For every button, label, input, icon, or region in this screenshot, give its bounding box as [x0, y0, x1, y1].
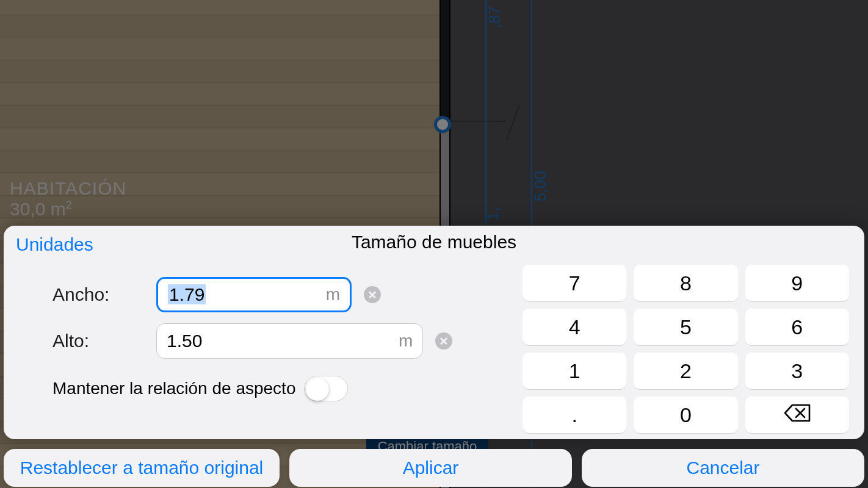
dimension-value: 1,	[483, 207, 502, 221]
key-dot[interactable]: .	[523, 396, 626, 433]
aspect-row: Mantener la relación de aspecto	[52, 376, 452, 401]
clear-height-button[interactable]	[435, 332, 452, 350]
key-3[interactable]: 3	[745, 353, 849, 389]
key-backspace[interactable]	[745, 396, 849, 433]
key-0[interactable]: 0	[634, 396, 737, 433]
units-button[interactable]: Unidades	[16, 234, 93, 255]
width-input-wrapper[interactable]: 1.79 m	[156, 277, 352, 312]
key-7[interactable]: 7	[523, 265, 626, 301]
action-bar: Restablecer a tamaño original Aplicar Ca…	[4, 449, 864, 487]
height-label: Alto:	[52, 331, 144, 351]
key-1[interactable]: 1	[523, 353, 626, 389]
key-9[interactable]: 9	[745, 265, 849, 301]
switch-knob	[306, 378, 329, 401]
panel-header: Unidades Tamaño de muebles	[4, 226, 864, 259]
key-5[interactable]: 5	[634, 309, 737, 345]
height-input[interactable]	[167, 331, 399, 351]
aspect-ratio-switch[interactable]	[304, 376, 348, 401]
unit-label: m	[399, 331, 413, 351]
key-2[interactable]: 2	[634, 353, 737, 389]
dimension-value: 5,00	[531, 171, 550, 202]
dimension-value: ,87	[485, 6, 504, 28]
key-8[interactable]: 8	[634, 265, 737, 301]
width-row: Ancho: 1.79 m	[52, 277, 452, 312]
clear-width-button[interactable]	[364, 286, 381, 303]
room-name: HABITACIÓN	[10, 178, 126, 199]
height-input-wrapper[interactable]: m	[156, 323, 423, 359]
wall-segment	[439, 0, 450, 125]
panel-title: Tamaño de muebles	[352, 232, 516, 253]
key-4[interactable]: 4	[523, 309, 626, 345]
cancel-button[interactable]: Cancelar	[582, 449, 864, 487]
unit-label: m	[326, 285, 340, 304]
height-row: Alto: m	[52, 323, 452, 359]
aspect-label: Mantener la relación de aspecto	[52, 379, 295, 398]
room-area: 30,0 m2	[10, 199, 126, 220]
numeric-keypad: 7 8 9 4 5 6 1 2 3 . 0	[523, 259, 852, 433]
room-label: HABITACIÓN 30,0 m2	[10, 178, 126, 220]
width-input[interactable]: 1.79	[168, 284, 206, 305]
reset-size-button[interactable]: Restablecer a tamaño original	[4, 449, 280, 487]
backspace-icon	[784, 404, 811, 422]
key-6[interactable]: 6	[745, 309, 849, 345]
door-swing	[450, 121, 505, 122]
size-form: Ancho: 1.79 m Alto: m Mantener la relaci…	[52, 259, 452, 433]
furniture-size-panel: Unidades Tamaño de muebles Ancho: 1.79 m…	[4, 226, 864, 439]
wall-handle[interactable]	[434, 116, 451, 133]
width-label: Ancho:	[52, 284, 144, 305]
apply-button[interactable]: Aplicar	[289, 449, 572, 487]
